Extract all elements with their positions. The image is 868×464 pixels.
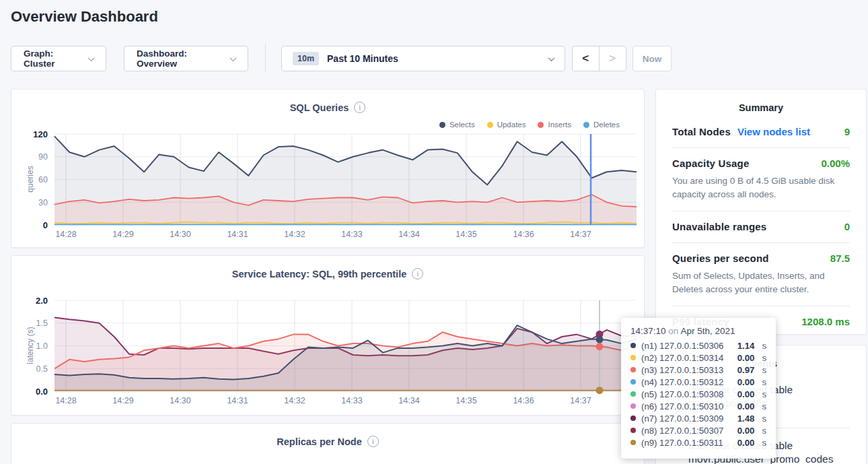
total-nodes-value: 9 bbox=[844, 126, 850, 137]
x-tick-label: 14:34 bbox=[398, 396, 419, 405]
time-next-button[interactable]: > bbox=[600, 46, 626, 71]
node-address: (n1) 127.0.0.1:50306 bbox=[641, 341, 732, 351]
tooltip-row: (n4) 127.0.0.1:503120.00s bbox=[630, 376, 766, 388]
y-tick-label: 1.0 bbox=[36, 341, 48, 351]
sql-queries-card: SQL Queries i SelectsUpdatesInsertsDelet… bbox=[11, 89, 645, 248]
tooltip-row: (n8) 127.0.0.1:503070.00s bbox=[630, 424, 766, 436]
crosshair-dot bbox=[595, 387, 603, 394]
tooltip-row: (n9) 127.0.0.1:503110.00s bbox=[630, 436, 766, 449]
chevron-down-icon bbox=[88, 55, 95, 61]
info-icon[interactable]: i bbox=[367, 436, 379, 447]
summary-title: Summary bbox=[672, 90, 850, 117]
p99-latency-value: 1208.0 ms bbox=[801, 316, 850, 327]
chevron-down-icon bbox=[230, 55, 237, 61]
node-latency-value: 1.48 bbox=[737, 413, 755, 424]
service-latency-title: Service Latency: SQL, 99th percentile bbox=[232, 269, 407, 279]
latency-unit: s bbox=[762, 389, 766, 399]
x-tick-label: 14:32 bbox=[284, 396, 305, 405]
replicas-per-node-card: Replicas per Node i bbox=[11, 423, 645, 464]
node-address: (n8) 127.0.0.1:50307 bbox=[641, 426, 732, 436]
node-color-dot bbox=[630, 403, 636, 409]
time-range-dropdown[interactable]: 10m Past 10 Minutes bbox=[281, 46, 565, 71]
x-tick-label: 14:30 bbox=[170, 396, 190, 405]
graph-dropdown[interactable]: Graph: Cluster bbox=[11, 46, 106, 71]
y-tick-label: 60 bbox=[38, 175, 48, 185]
node-latency-value: 0.97 bbox=[737, 365, 755, 375]
capacity-subtext: You are using 0 B of 4.5 GiB usable disk… bbox=[672, 174, 850, 201]
x-tick-label: 14:32 bbox=[284, 230, 305, 239]
info-icon[interactable]: i bbox=[412, 268, 423, 279]
x-tick-label: 14:28 bbox=[55, 396, 76, 405]
node-color-dot bbox=[630, 367, 636, 372]
x-tick-label: 14:36 bbox=[513, 396, 534, 405]
node-latency-value: 0.00 bbox=[737, 401, 755, 411]
tooltip-row: (n6) 127.0.0.1:503100.00s bbox=[630, 400, 766, 412]
x-tick-label: 14:34 bbox=[398, 230, 419, 239]
time-prev-button[interactable]: < bbox=[573, 46, 600, 71]
capacity-label: Capacity Usage bbox=[672, 158, 750, 169]
node-latency-value: 0.00 bbox=[737, 353, 755, 363]
info-icon[interactable]: i bbox=[354, 102, 365, 113]
latency-unit: s bbox=[762, 438, 766, 448]
graph-dropdown-label: Graph: Cluster bbox=[24, 48, 82, 69]
x-tick-label: 14:30 bbox=[170, 230, 190, 239]
latency-unit: s bbox=[762, 341, 766, 351]
node-color-dot bbox=[630, 379, 636, 385]
summary-row-total-nodes: Total Nodes View nodes list 9 bbox=[672, 117, 850, 148]
node-latency-value: 1.14 bbox=[737, 341, 755, 351]
summary-row-unavailable: Unavailable ranges 0 bbox=[672, 211, 850, 243]
node-address: (n6) 127.0.0.1:50310 bbox=[641, 401, 732, 411]
node-address: (n4) 127.0.0.1:50312 bbox=[641, 377, 732, 387]
service-latency-chart[interactable]: 14:2814:2914:3014:3114:3214:3314:3414:35… bbox=[11, 294, 644, 413]
x-tick-label: 14:28 bbox=[55, 230, 76, 239]
sql-queries-title: SQL Queries bbox=[290, 102, 349, 113]
node-address: (n2) 127.0.0.1:50314 bbox=[641, 353, 732, 363]
summary-row-qps: Queries per second 87.5 Sum of Selects, … bbox=[672, 243, 850, 306]
y-tick-label: 30 bbox=[38, 198, 48, 207]
service-latency-card: Service Latency: SQL, 99th percentile i … bbox=[11, 255, 645, 416]
x-tick-label: 14:33 bbox=[341, 396, 362, 405]
page-title: Overview Dashboard bbox=[11, 8, 158, 26]
chart-hover-tooltip: 14:37:10 on Apr 5th, 2021 (n1) 127.0.0.1… bbox=[621, 318, 776, 459]
node-latency-value: 0.00 bbox=[737, 438, 755, 448]
node-color-dot bbox=[630, 440, 636, 445]
node-address: (n3) 127.0.0.1:50313 bbox=[641, 365, 732, 375]
y-tick-label: 0.5 bbox=[36, 364, 48, 374]
y-tick-label: 0.0 bbox=[36, 387, 48, 397]
summary-panel: Summary Total Nodes View nodes list 9 Ca… bbox=[655, 89, 867, 335]
node-latency-value: 0.00 bbox=[737, 377, 755, 387]
crosshair-dot bbox=[595, 336, 603, 343]
x-tick-label: 14:36 bbox=[513, 230, 534, 239]
latency-unit: s bbox=[762, 413, 766, 424]
y-tick-label: 2.0 bbox=[36, 296, 48, 306]
unavailable-ranges-value: 0 bbox=[844, 221, 850, 232]
y-tick-label: 1.5 bbox=[36, 319, 48, 328]
node-color-dot bbox=[630, 343, 636, 348]
latency-unit: s bbox=[762, 353, 766, 363]
crosshair-dot bbox=[595, 343, 603, 350]
qps-label: Queries per second bbox=[672, 253, 769, 264]
unavailable-ranges-label: Unavailable ranges bbox=[672, 221, 766, 232]
sql-queries-chart[interactable]: 14:2814:2914:3014:3114:3214:3314:3414:35… bbox=[11, 127, 644, 247]
time-range-label: Past 10 Minutes bbox=[327, 53, 398, 64]
x-tick-label: 14:29 bbox=[112, 396, 133, 405]
x-tick-label: 14:37 bbox=[570, 396, 591, 405]
node-color-dot bbox=[630, 428, 636, 433]
node-color-dot bbox=[630, 355, 636, 360]
view-nodes-list-link[interactable]: View nodes list bbox=[737, 126, 810, 137]
node-address: (n5) 127.0.0.1:50308 bbox=[641, 389, 732, 399]
capacity-value: 0.00% bbox=[821, 158, 850, 169]
dashboard-dropdown[interactable]: Dashboard: Overview bbox=[124, 46, 248, 71]
y-tick-label: 120 bbox=[33, 129, 48, 139]
now-button[interactable]: Now bbox=[632, 46, 672, 71]
node-color-dot bbox=[630, 391, 636, 397]
tooltip-row: (n1) 127.0.0.1:503061.14s bbox=[630, 339, 766, 352]
node-address: (n7) 127.0.0.1:50309 bbox=[641, 413, 732, 424]
tooltip-row: (n2) 127.0.0.1:503140.00s bbox=[630, 352, 766, 364]
time-step-group: < > bbox=[572, 46, 626, 71]
x-tick-label: 14:33 bbox=[341, 230, 362, 239]
replicas-per-node-title: Replicas per Node bbox=[277, 436, 362, 447]
tooltip-timestamp: 14:37:10 on Apr 5th, 2021 bbox=[630, 326, 766, 336]
summary-row-capacity: Capacity Usage 0.00% You are using 0 B o… bbox=[672, 148, 850, 211]
qps-value: 87.5 bbox=[830, 253, 850, 264]
